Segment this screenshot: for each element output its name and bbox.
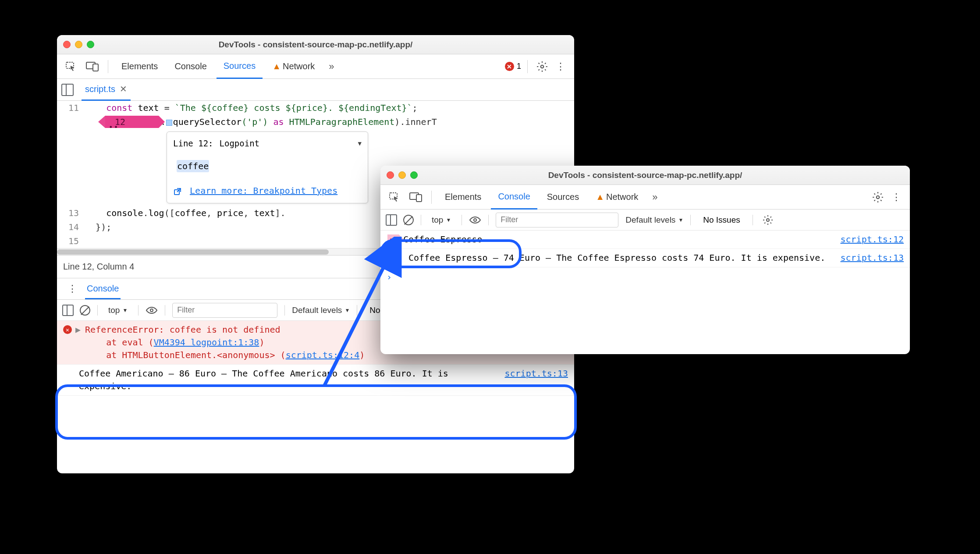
scrollbar-thumb[interactable] (57, 249, 329, 255)
tab-network[interactable]: ▲Network (589, 185, 645, 210)
console-settings-icon[interactable] (760, 215, 776, 225)
console-logpoint-row[interactable]: Coffee Espresso script.ts:12 (380, 231, 910, 249)
svg-point-12 (767, 219, 769, 221)
execution-context-select[interactable]: top▼ (428, 213, 454, 227)
svg-rect-9 (416, 195, 422, 202)
tab-network-label: Network (283, 61, 315, 71)
console-filter-input[interactable] (172, 303, 277, 318)
log-levels-select[interactable]: Default levels▼ (625, 215, 683, 225)
logpoint-dots-icon: •• (109, 121, 119, 135)
file-tabs-row: script.ts ✕ (57, 79, 574, 101)
gutter-line-number[interactable]: 15 (57, 234, 85, 248)
zoom-window-button[interactable] (87, 41, 94, 48)
close-window-button[interactable] (63, 41, 71, 48)
console-output: Coffee Espresso script.ts:12 Coffee Espr… (380, 231, 910, 287)
main-toolbar: Elements Console Sources ▲Network » ⋮ (380, 185, 910, 210)
execution-context-select[interactable]: top▼ (105, 304, 131, 317)
log-message: Coffee Espresso – 74 Euro – The Coffee E… (387, 252, 835, 264)
tabs-overflow-button[interactable]: » (324, 61, 338, 72)
error-count: 1 (517, 62, 521, 71)
zoom-window-button[interactable] (410, 171, 418, 179)
expand-icon[interactable]: ▶ (75, 323, 81, 336)
device-toolbar-icon[interactable] (407, 192, 425, 202)
code-line: 11 const text = `The ${coffee} costs ${p… (57, 101, 574, 115)
toggle-sidebar-icon[interactable] (386, 214, 397, 226)
live-expression-icon[interactable] (146, 306, 158, 315)
tab-sources[interactable]: Sources (217, 54, 263, 79)
titlebar[interactable]: DevTools - consistent-source-map-pc.netl… (380, 166, 910, 185)
console-prompt[interactable]: › (380, 267, 910, 287)
stack-link[interactable]: script.ts:12:4 (286, 350, 360, 360)
warning-icon: ▲ (272, 61, 281, 71)
error-icon: ✕ (63, 325, 72, 334)
stack-link[interactable]: VM4394 logpoint:1:38 (154, 337, 259, 348)
source-link[interactable]: script.ts:13 (835, 252, 904, 264)
clear-console-icon[interactable] (80, 305, 90, 316)
tabs-overflow-button[interactable]: » (648, 192, 662, 203)
more-menu-icon[interactable]: ⋮ (553, 61, 568, 72)
tab-sources[interactable]: Sources (540, 185, 586, 210)
devtools-window-console: DevTools - consistent-source-map-pc.netl… (380, 166, 910, 354)
console-toolbar: top▼ Default levels▼ No Issues (380, 210, 910, 231)
error-count-badge[interactable]: ✕1 (505, 62, 521, 71)
svg-point-3 (541, 65, 544, 68)
toggle-navigator-icon[interactable] (61, 84, 74, 96)
device-toolbar-icon[interactable] (83, 62, 102, 71)
tab-console[interactable]: Console (167, 54, 213, 79)
file-tab-script[interactable]: script.ts ✕ (82, 79, 131, 101)
window-controls (63, 41, 94, 48)
cursor-position: Line 12, Column 4 (63, 262, 134, 272)
logpoint-learn-more[interactable]: Learn more: Breakpoint Types (173, 184, 362, 198)
file-tab-label: script.ts (85, 84, 115, 94)
gutter-line-number[interactable]: 11 (57, 101, 85, 115)
svg-point-11 (474, 219, 476, 221)
drawer-tab-console[interactable]: Console (85, 278, 121, 299)
window-controls (387, 171, 418, 179)
chevron-down-icon[interactable]: ▼ (358, 136, 362, 150)
minimize-window-button[interactable] (398, 171, 406, 179)
logpoint-header[interactable]: Line 12: Logpoint ▼ (167, 132, 368, 155)
logpoint-type-label: Logpoint (220, 136, 260, 150)
logpoint-line-label: Line 12: (173, 136, 213, 150)
gutter-line-number[interactable]: 13 (57, 206, 85, 220)
tab-elements[interactable]: Elements (114, 54, 165, 79)
source-link[interactable]: script.ts:12 (835, 233, 904, 246)
live-expression-icon[interactable] (469, 216, 481, 224)
main-toolbar: Elements Console Sources ▲Network » ✕1 ⋮ (57, 54, 574, 79)
console-log-row[interactable]: Coffee Espresso – 74 Euro – The Coffee E… (380, 249, 910, 267)
gutter-line-number[interactable]: 14 (57, 220, 85, 234)
tab-network[interactable]: ▲Network (265, 54, 322, 79)
source-link[interactable]: script.ts:13 (500, 367, 568, 380)
settings-icon[interactable] (870, 192, 886, 203)
console-filter-input[interactable] (496, 213, 618, 227)
inspect-element-icon[interactable] (387, 192, 404, 202)
issues-button[interactable]: No Issues (698, 213, 745, 227)
log-message: Coffee Americano – 86 Euro – The Coffee … (63, 367, 500, 393)
logpoint-expression-input[interactable]: coffee (173, 156, 362, 176)
tab-network-label: Network (606, 192, 638, 202)
error-icon: ✕ (505, 62, 514, 71)
warning-icon: ▲ (596, 192, 604, 202)
console-log-row[interactable]: Coffee Americano – 86 Euro – The Coffee … (57, 365, 574, 396)
logpoint-badge-icon (387, 234, 399, 244)
close-file-tab-icon[interactable]: ✕ (120, 84, 127, 94)
svg-rect-2 (93, 64, 98, 71)
minimize-window-button[interactable] (75, 41, 82, 48)
settings-icon[interactable] (534, 61, 550, 72)
log-levels-select[interactable]: Default levels▼ (292, 305, 350, 315)
clear-console-icon[interactable] (403, 215, 414, 225)
tab-elements[interactable]: Elements (438, 185, 488, 210)
external-link-icon (173, 187, 182, 196)
learn-more-link[interactable]: Learn more: Breakpoint Types (190, 185, 337, 196)
window-title: DevTools - consistent-source-map-pc.netl… (380, 170, 910, 180)
svg-point-10 (877, 195, 880, 199)
window-title: DevTools - consistent-source-map-pc.netl… (57, 40, 574, 50)
toggle-sidebar-icon[interactable] (62, 305, 74, 316)
tab-console[interactable]: Console (491, 185, 537, 210)
close-window-button[interactable] (387, 171, 394, 179)
inspect-element-icon[interactable] (63, 61, 81, 72)
drawer-menu-icon[interactable]: ⋮ (62, 283, 82, 295)
log-message: Coffee Espresso (403, 233, 835, 246)
titlebar[interactable]: DevTools - consistent-source-map-pc.netl… (57, 35, 574, 54)
more-menu-icon[interactable]: ⋮ (889, 192, 904, 203)
